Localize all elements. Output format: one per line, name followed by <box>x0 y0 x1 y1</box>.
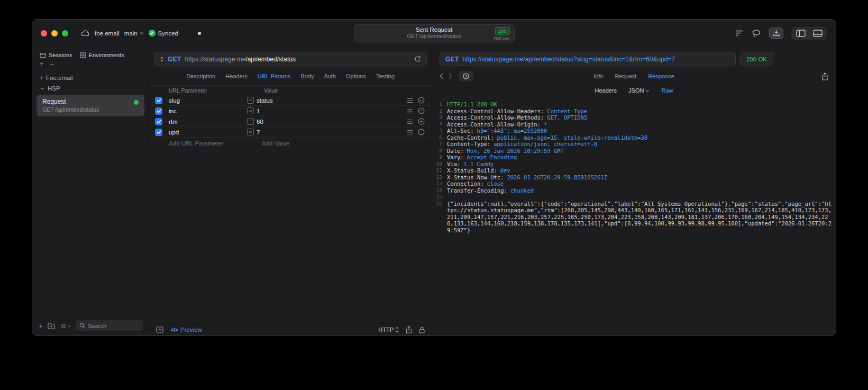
project-name[interactable]: foe.email <box>95 30 120 37</box>
param-checkbox[interactable] <box>155 129 162 136</box>
code-icon: </> <box>171 327 178 333</box>
request-url-bar[interactable]: GET https://statuspage.me/api/embed/stat… <box>154 52 427 66</box>
column-url-parameter: URL Parameter <box>169 87 253 94</box>
tab-body[interactable]: Body <box>300 73 314 79</box>
request-method[interactable]: GET <box>168 56 181 63</box>
import-drop-button[interactable] <box>769 28 783 39</box>
expand-panel-icon[interactable] <box>156 326 163 333</box>
tab-headers[interactable]: Headers <box>225 73 248 79</box>
new-folder-button[interactable] <box>48 323 56 329</box>
value-type-icon[interactable]: = <box>247 129 254 135</box>
view-tab-headers[interactable]: Headers <box>595 87 617 94</box>
chevron-down-icon <box>40 87 44 90</box>
preview-button[interactable]: </> Preview <box>171 326 202 333</box>
tab-description[interactable]: Description <box>186 73 215 79</box>
chevron-down-icon <box>140 32 144 34</box>
tree-item-label: HSP <box>48 85 60 92</box>
lock-icon[interactable] <box>419 326 425 333</box>
lasso-icon[interactable] <box>752 29 761 38</box>
tree-item-foe-email[interactable]: Foe.email <box>35 72 146 83</box>
param-name[interactable]: upd <box>169 129 247 135</box>
share-icon[interactable] <box>406 326 412 333</box>
tab-options[interactable]: Options <box>346 73 366 79</box>
tab-auth[interactable]: Auth <box>324 73 336 79</box>
param-name[interactable]: slug <box>169 97 247 104</box>
method-selector-icon[interactable] <box>160 56 164 62</box>
minimize-window-button[interactable] <box>51 30 58 37</box>
json-tab-label: JSON <box>628 87 644 94</box>
refresh-icon[interactable] <box>414 56 421 62</box>
tab-request[interactable]: Request <box>615 73 636 79</box>
param-table-header: URL Parameter Value <box>149 85 432 95</box>
param-value[interactable]: 1 <box>257 108 260 114</box>
add-url-parameter-field[interactable]: Add URL Parameter <box>169 140 253 147</box>
drag-handle-icon[interactable] <box>407 98 413 103</box>
drag-handle-icon[interactable] <box>407 130 413 135</box>
param-row: inc = 1 <box>149 106 432 116</box>
tab-testing[interactable]: Testing <box>376 73 395 79</box>
param-checkbox[interactable] <box>155 97 162 104</box>
branch-selector[interactable]: main <box>124 30 144 37</box>
param-value[interactable]: 60 <box>257 119 263 125</box>
chevron-down-icon <box>646 89 650 92</box>
view-tab-raw[interactable]: Raw <box>661 87 673 94</box>
tab-url-params[interactable]: URL Params <box>258 73 291 79</box>
history-button[interactable] <box>459 71 473 81</box>
sidebar-add-remove: + – <box>32 60 149 69</box>
zoom-window-button[interactable] <box>62 30 68 37</box>
param-checkbox[interactable] <box>155 107 162 115</box>
remove-param-icon[interactable] <box>418 118 425 125</box>
response-panel: GET https://statuspage.me/api/embed/stat… <box>432 47 836 336</box>
titlebar: foe.email main Synced Sent Request GET /… <box>32 20 836 47</box>
view-tab-json[interactable]: JSON <box>628 87 650 94</box>
request-url-base[interactable]: https://statuspage.me <box>185 56 246 63</box>
tab-environments[interactable]: Environments <box>80 52 124 58</box>
param-value[interactable]: status <box>257 97 273 104</box>
tab-response[interactable]: Response <box>648 73 674 79</box>
response-status-chip: 200 OK <box>740 52 773 66</box>
header-name: Content-Type: <box>447 141 490 147</box>
protocol-selector[interactable]: HTTP <box>378 326 399 333</box>
request-url-path[interactable]: /api/embed/status <box>245 56 296 63</box>
sidebar-search[interactable] <box>76 320 143 331</box>
tab-sessions[interactable]: Sessions <box>40 52 72 58</box>
list-view-button[interactable] <box>60 323 71 329</box>
remove-param-icon[interactable] <box>418 107 425 114</box>
add-value-field[interactable]: Add Value <box>253 140 289 147</box>
add-param-row: Add URL Parameter Add Value <box>149 138 432 149</box>
remove-param-icon[interactable] <box>418 97 425 104</box>
response-raw-view[interactable]: 1HTTP/1.1 200 OK 2Access-Control-Allow-H… <box>432 98 836 336</box>
sort-lines-icon[interactable] <box>735 29 744 37</box>
response-line: 4Access-Control-Allow-Origin:* <box>435 121 833 128</box>
tree-item-hsp[interactable]: HSP <box>35 83 146 94</box>
chevron-up-down-icon <box>395 326 399 333</box>
param-name[interactable]: inc <box>169 108 247 114</box>
toggle-left-panel-button[interactable] <box>796 30 806 37</box>
response-view-tabs: Headers JSON Raw <box>432 81 836 98</box>
param-checkbox[interactable] <box>155 118 162 125</box>
drag-handle-icon[interactable] <box>407 119 413 124</box>
request-list-item[interactable]: Request GET /api/embed/status <box>36 95 144 116</box>
export-response-icon[interactable] <box>821 72 828 80</box>
remove-session-button[interactable]: – <box>50 60 54 67</box>
value-type-icon[interactable]: = <box>247 107 254 114</box>
remove-param-icon[interactable] <box>418 129 425 135</box>
param-name[interactable]: rtm <box>169 119 247 125</box>
toggle-bottom-panel-button[interactable] <box>813 30 823 37</box>
add-request-button[interactable]: + <box>39 322 43 330</box>
tab-info[interactable]: Info <box>593 73 603 79</box>
back-icon[interactable] <box>440 73 443 79</box>
response-nav-row: Info Request Response <box>432 66 836 81</box>
request-status-pill[interactable]: Sent Request GET /api/embed/status 200 2… <box>354 24 515 42</box>
drag-handle-icon[interactable] <box>407 108 413 114</box>
search-input[interactable] <box>88 323 140 329</box>
close-window-button[interactable] <box>41 30 47 37</box>
main-content: Sessions Environments + – Foe <box>32 47 836 336</box>
param-value[interactable]: 7 <box>257 129 260 135</box>
add-session-button[interactable]: + <box>40 60 44 67</box>
value-type-icon[interactable]: = <box>247 97 254 104</box>
forward-icon[interactable] <box>449 73 452 79</box>
sync-status[interactable]: Synced <box>149 30 178 37</box>
preview-label: Preview <box>180 326 202 333</box>
value-type-icon[interactable]: = <box>247 118 254 125</box>
